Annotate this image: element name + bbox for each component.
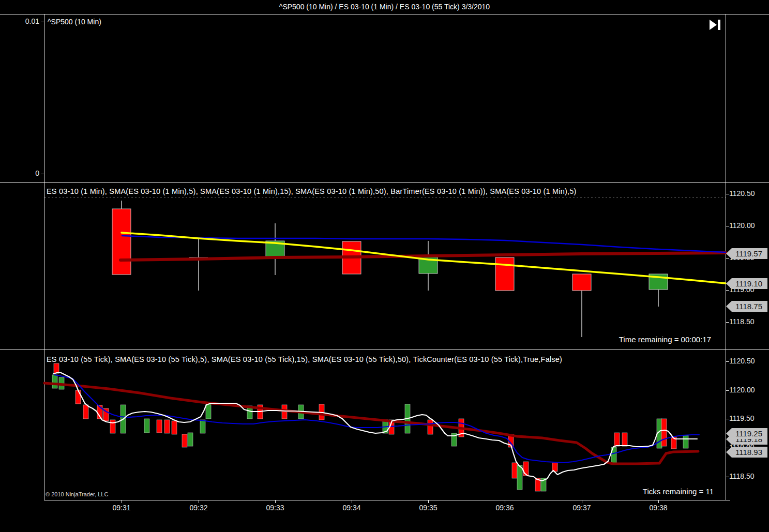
sma-line-sma5 (53, 373, 697, 481)
tick-candle (512, 463, 517, 478)
tick-candle (83, 405, 88, 419)
copyright-label: © 2010 NinjaTrader, LLC (46, 491, 108, 497)
sma-line-sma15 (122, 236, 726, 252)
skip-to-end-icon[interactable] (706, 18, 723, 32)
tick-candle (144, 419, 149, 433)
tick-candle (683, 435, 688, 448)
tick-candle (428, 420, 433, 434)
tick-candle (54, 363, 59, 373)
tick-candle (52, 375, 57, 388)
tick-counter-status: Ticks remaining = 11 (643, 487, 714, 496)
tick-candle (614, 433, 620, 446)
tick-candle (200, 420, 205, 433)
window-title: ^SP500 (10 Min) / ES 03-10 (1 Min) / ES … (0, 0, 769, 14)
tick-candle (164, 420, 170, 433)
tick-candle (661, 419, 667, 446)
bar-timer-status: Time remaining = 00:00:17 (619, 335, 711, 344)
tick-candle (76, 390, 81, 404)
chart-canvas[interactable] (0, 0, 769, 532)
tick-candle (172, 421, 177, 434)
tick-candle (517, 465, 522, 490)
bottom-panel-indicator-label: ES 03-10 (55 Tick), SMA(ES 03-10 (55 Tic… (47, 355, 562, 363)
tick-candle (622, 433, 627, 446)
tick-candle (110, 420, 115, 433)
tick-candle (157, 420, 162, 433)
ninjatrader-chart-window: ^SP500 (10 Min) / ES 03-10 (1 Min) / ES … (0, 0, 769, 532)
tick-candle (188, 433, 193, 446)
sma-line-sma50 (44, 383, 698, 464)
candle (572, 274, 591, 291)
top-panel-instrument-label: ^SP500 (10 Min) (48, 18, 101, 26)
tick-candle (182, 434, 187, 447)
mid-panel-indicator-label: ES 03-10 (1 Min), SMA(ES 03-10 (1 Min),5… (47, 187, 577, 195)
candle (112, 209, 131, 275)
candle (495, 257, 514, 291)
